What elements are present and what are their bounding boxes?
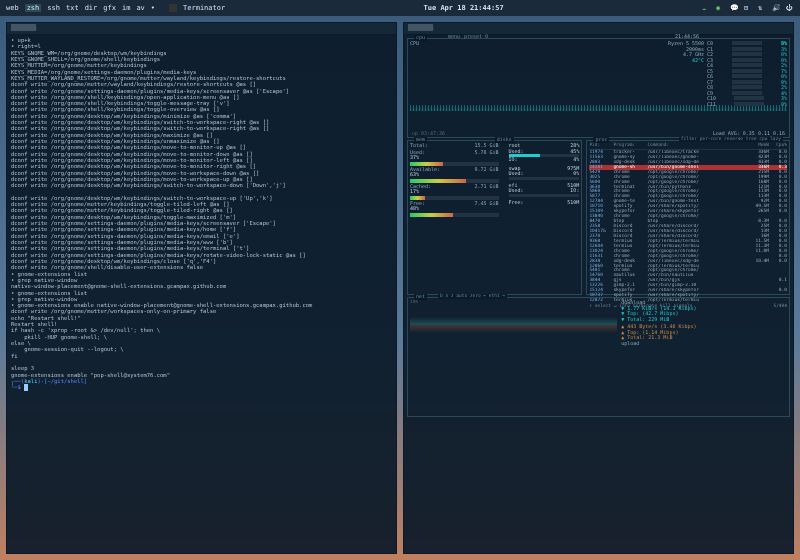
- proc-options[interactable]: filter per-core reverse tree cpu lazy: [679, 137, 783, 142]
- download-section: download ▼ 1.77 KiB/s (14.1 Kibps) ▼ Top…: [621, 300, 787, 322]
- title-redacted: ■■■■■■■: [408, 24, 433, 31]
- ws-av[interactable]: av: [136, 4, 144, 12]
- panel-clock[interactable]: Tue Apr 18 21:44:57: [424, 4, 504, 12]
- ws-txt[interactable]: txt: [66, 4, 79, 12]
- app-title: Terminator: [183, 4, 225, 12]
- memory-stats: Total:15.5 GiB Used:5.78 GiB 37% Availab…: [410, 143, 499, 218]
- ws-ssh[interactable]: ssh: [47, 4, 60, 12]
- preset-button[interactable]: preset 0: [464, 34, 488, 40]
- mem-free-bar: [410, 213, 499, 217]
- proc-box[interactable]: proc filter per-core reverse tree cpu la…: [586, 140, 790, 295]
- cpu-box-label: cpu: [414, 35, 427, 41]
- cloud-icon[interactable]: ☁: [702, 4, 710, 12]
- cpu-cores-list: C00%C13%C20%C30%C42%C57%C60%C70%C82%C94%…: [707, 41, 787, 107]
- shield-icon[interactable]: ◉: [716, 4, 724, 12]
- mem-label: mem: [414, 137, 427, 143]
- proc-list[interactable]: 11974tracker-/usr/libexec/tracke336M0.01…: [589, 150, 787, 303]
- chat-icon[interactable]: 💬: [730, 4, 738, 12]
- top-panel: web zsh ssh txt dir gfx im av • Terminat…: [0, 0, 800, 16]
- terminal-left-pane[interactable]: ■■■■■■■ • up+k • right=l KEYS_GNOME_WM=/…: [6, 22, 397, 554]
- ws-im[interactable]: im: [122, 4, 130, 12]
- ws-gfx[interactable]: gfx: [103, 4, 116, 12]
- net-stats: download ▼ 1.77 KiB/s (14.1 Kibps) ▼ Top…: [621, 300, 787, 346]
- disks-stats: root28%Used:45%IO:4%swap975MUsed:0%efi51…: [509, 143, 580, 218]
- terminal-title-bar: ■■■■■■■: [7, 23, 396, 35]
- proc-label: proc: [593, 137, 609, 143]
- system-tray[interactable]: ☁ ◉ 💬 ⊡ ⇅ 🔊 ⏻: [702, 4, 794, 12]
- cpu-total-label: CPU: [410, 41, 419, 47]
- ws-zsh[interactable]: zsh: [25, 4, 42, 12]
- cpu-clock: 21:44:56: [675, 34, 699, 40]
- menu-button[interactable]: menu: [448, 34, 460, 40]
- net-box: net b n z auto zero ← eth1 → 10K downloa…: [407, 297, 790, 417]
- mem-cached-bar: [410, 196, 499, 200]
- cpu-box: cpu menu preset 0 21:44:56 Ryzen 5 5500 …: [407, 38, 790, 138]
- volume-icon[interactable]: 🔊: [772, 4, 780, 12]
- net-graph: 10K: [410, 300, 617, 346]
- upload-section: ▲ 443 Byte/s (3.46 Kibps) ▲ Top: (1.14 M…: [621, 324, 787, 346]
- net-label: net: [414, 294, 427, 300]
- terminator-icon: [169, 4, 177, 12]
- network-icon[interactable]: ⇅: [758, 4, 766, 12]
- disks-label: disks: [495, 137, 514, 143]
- ws-dir[interactable]: dir: [85, 4, 98, 12]
- upload-graph: [410, 325, 617, 345]
- terminal-output[interactable]: • up+k • right=l KEYS_GNOME_WM=/org/gnom…: [7, 35, 396, 393]
- mem-box: mem disks Total:15.5 GiB Used:5.78 GiB 3…: [407, 140, 582, 295]
- mem-avail-bar: [410, 179, 499, 183]
- net-iface-opts[interactable]: b n z auto zero ← eth1 →: [438, 294, 507, 299]
- ws-web[interactable]: web: [6, 4, 19, 12]
- download-graph: [410, 305, 617, 325]
- ws-extra[interactable]: •: [151, 4, 155, 12]
- mem-used-bar: [410, 162, 499, 166]
- cpu-menu[interactable]: menu preset 0: [448, 34, 488, 40]
- power-icon[interactable]: ⏻: [786, 4, 794, 12]
- btop-pane[interactable]: ■■■■■■■ cpu menu preset 0 21:44:56 Ryzen…: [403, 22, 794, 554]
- workspace-switcher[interactable]: web zsh ssh txt dir gfx im av • Terminat…: [6, 4, 225, 12]
- title-redacted: ■■■■■■■: [11, 24, 36, 31]
- disk-icon[interactable]: ⊡: [744, 4, 752, 12]
